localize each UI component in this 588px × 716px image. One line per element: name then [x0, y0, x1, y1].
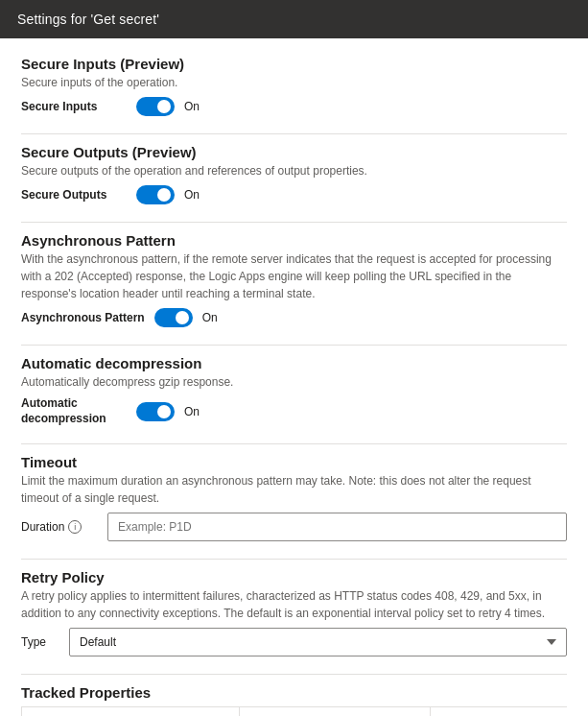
- secure-inputs-on-label: On: [184, 100, 200, 113]
- dialog-body: Secure Inputs (Preview) Secure inputs of…: [0, 38, 588, 716]
- secure-inputs-toggle[interactable]: [136, 97, 175, 116]
- timeout-title: Timeout: [21, 454, 567, 470]
- secure-inputs-section: Secure Inputs (Preview) Secure inputs of…: [21, 56, 567, 116]
- auto-decompress-label-line2: decompression: [21, 412, 106, 425]
- secure-outputs-toggle-row: Secure Outputs On: [21, 185, 567, 204]
- auto-decompress-section: Automatic decompression Automatically de…: [21, 355, 567, 426]
- tracked-properties-row: Properties: [22, 707, 568, 716]
- secure-inputs-desc: Secure inputs of the operation.: [21, 74, 567, 91]
- settings-dialog: Settings for 'Get secret' Secure Inputs …: [0, 0, 588, 716]
- auto-decompress-on-label: On: [184, 405, 200, 418]
- tracked-properties-title: Tracked Properties: [21, 684, 567, 701]
- async-pattern-on-label: On: [202, 311, 218, 324]
- auto-decompress-toggle[interactable]: [136, 402, 175, 421]
- async-pattern-section: Asynchronous Pattern With the asynchrono…: [21, 232, 567, 327]
- secure-inputs-toggle-row: Secure Inputs On: [21, 97, 567, 116]
- secure-outputs-desc: Secure outputs of the operation and refe…: [21, 162, 567, 179]
- duration-label: Duration i: [21, 520, 98, 534]
- retry-policy-section: Retry Policy A retry policy applies to i…: [21, 569, 567, 656]
- duration-label-text: Duration: [21, 520, 64, 534]
- tracked-properties-section: Tracked Properties Properties: [21, 684, 567, 716]
- tracked-col2[interactable]: [240, 707, 431, 716]
- dialog-header: Settings for 'Get secret': [0, 0, 588, 38]
- async-pattern-toggle-row: Asynchronous Pattern On: [21, 308, 567, 327]
- duration-input[interactable]: [107, 513, 567, 541]
- secure-inputs-title: Secure Inputs (Preview): [21, 56, 567, 72]
- duration-info-icon[interactable]: i: [68, 520, 82, 534]
- async-pattern-toggle[interactable]: [154, 308, 193, 327]
- secure-outputs-label: Secure Outputs: [21, 188, 127, 202]
- auto-decompress-label: Automatic decompression: [21, 396, 127, 426]
- retry-policy-title: Retry Policy: [21, 569, 567, 585]
- dialog-title: Settings for 'Get secret': [17, 12, 159, 27]
- secure-outputs-section: Secure Outputs (Preview) Secure outputs …: [21, 144, 567, 204]
- retry-type-row: Type Default None Fixed interval Exponen…: [21, 628, 567, 656]
- secure-outputs-title: Secure Outputs (Preview): [21, 144, 567, 160]
- retry-type-select[interactable]: Default None Fixed interval Exponential …: [69, 628, 567, 656]
- timeout-section: Timeout Limit the maximum duration an as…: [21, 454, 567, 541]
- auto-decompress-title: Automatic decompression: [21, 355, 567, 371]
- async-pattern-title: Asynchronous Pattern: [21, 232, 567, 249]
- auto-decompress-desc: Automatically decompress gzip response.: [21, 373, 567, 391]
- auto-decompress-toggle-row: Automatic decompression On: [21, 396, 567, 426]
- secure-outputs-toggle[interactable]: [136, 185, 175, 204]
- retry-type-label: Type: [21, 635, 59, 649]
- tracked-col1[interactable]: [22, 707, 240, 716]
- auto-decompress-label-line1: Automatic: [21, 396, 78, 410]
- secure-outputs-on-label: On: [184, 188, 200, 202]
- async-pattern-desc: With the asynchronous pattern, if the re…: [21, 251, 567, 302]
- tracked-properties-table: Properties: [21, 706, 567, 716]
- duration-row: Duration i: [21, 513, 567, 541]
- async-pattern-desc-text: With the asynchronous pattern, if the re…: [21, 252, 552, 300]
- tracked-col3-label: Properties: [431, 707, 567, 716]
- async-pattern-label: Asynchronous Pattern: [21, 311, 145, 324]
- retry-policy-desc: A retry policy applies to intermittent f…: [21, 587, 567, 622]
- timeout-desc: Limit the maximum duration an asynchrono…: [21, 472, 567, 507]
- secure-inputs-label: Secure Inputs: [21, 100, 127, 113]
